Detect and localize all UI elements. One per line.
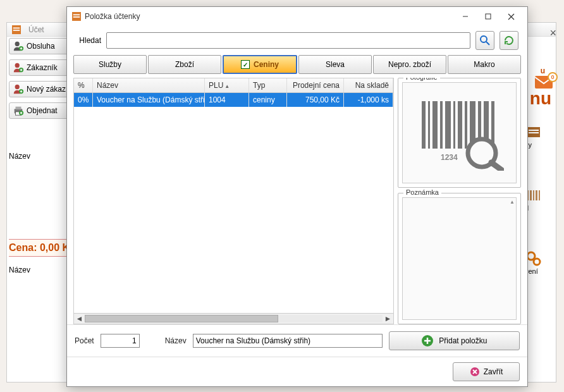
cell-price: 750,00 Kč bbox=[287, 93, 344, 107]
bg-btn-objednat[interactable]: Objednat bbox=[9, 102, 69, 119]
bg-btn-obsluha[interactable]: Obsluha bbox=[9, 38, 69, 54]
count-input[interactable] bbox=[101, 334, 140, 348]
svg-rect-28 bbox=[486, 14, 491, 19]
svg-point-5 bbox=[15, 63, 20, 68]
svg-point-31 bbox=[481, 36, 487, 42]
close-button[interactable] bbox=[500, 8, 522, 25]
svg-point-7 bbox=[15, 85, 20, 89]
bg-btn-zakaznik[interactable]: Zákazník bbox=[9, 59, 69, 76]
col-price[interactable]: Prodejní cena bbox=[287, 78, 344, 92]
horizontal-scrollbar[interactable]: ◄ ► bbox=[74, 313, 393, 324]
barcode-search-icon: 1234 bbox=[415, 95, 504, 171]
bg-fragment-u: u bbox=[541, 66, 545, 75]
bottom-row: Počet Název Přidat položku bbox=[67, 324, 527, 357]
svg-rect-20 bbox=[536, 190, 537, 200]
refresh-button[interactable] bbox=[500, 31, 518, 50]
bg-right-icons: ky d vení bbox=[525, 123, 550, 275]
add-item-label: Přidat položku bbox=[439, 336, 487, 345]
bg-price-label: Cena: 0,00 K bbox=[9, 239, 72, 257]
person-plus-icon bbox=[13, 83, 24, 95]
tab-sluzby[interactable]: Služby bbox=[73, 55, 147, 74]
gears-icon[interactable]: vení bbox=[525, 250, 550, 275]
tab-nepro-zbozi[interactable]: Nepro. zboží bbox=[373, 55, 446, 74]
svg-rect-35 bbox=[432, 101, 438, 149]
svg-rect-38 bbox=[453, 101, 455, 149]
photo-fieldset: Fotografie 1 bbox=[398, 78, 521, 188]
col-stock[interactable]: Na skladě bbox=[344, 78, 393, 92]
note-legend: Poznámka bbox=[403, 188, 441, 196]
scroll-track[interactable] bbox=[85, 315, 383, 322]
tab-sleva[interactable]: Sleva bbox=[298, 55, 372, 74]
svg-point-3 bbox=[15, 42, 20, 46]
svg-rect-18 bbox=[530, 190, 532, 200]
dialog-title: Položka účtenky bbox=[85, 12, 454, 21]
scroll-left-icon[interactable]: ◄ bbox=[74, 314, 85, 324]
note-fieldset: Poznámka bbox=[398, 193, 521, 324]
bg-label-nazev2: Název bbox=[9, 266, 30, 274]
check-icon: ✓ bbox=[241, 60, 250, 69]
svg-rect-21 bbox=[539, 190, 540, 200]
sort-asc-icon: ▲ bbox=[224, 83, 230, 89]
bg-btn-label: Objednat bbox=[27, 106, 58, 115]
svg-rect-36 bbox=[440, 101, 443, 149]
table-header: % Název PLU▲ Typ Prodejní cena Na skladě bbox=[74, 78, 393, 93]
bg-btn-label: Zákazník bbox=[27, 63, 58, 72]
svg-text:1234: 1234 bbox=[441, 153, 458, 162]
tab-zbozi[interactable]: Zboží bbox=[148, 55, 221, 74]
tab-makro[interactable]: Makro bbox=[448, 55, 521, 74]
printer-icon bbox=[13, 105, 24, 116]
svg-rect-25 bbox=[73, 15, 80, 16]
dialog-polozka-uctenky: Položka účtenky Hledat Služby Zboží ✓Cen… bbox=[66, 6, 528, 387]
cell-plu: 1004 bbox=[205, 93, 249, 107]
items-table: % Název PLU▲ Typ Prodejní cena Na skladě… bbox=[73, 78, 394, 324]
bg-btn-label: Nový zákaz bbox=[27, 85, 66, 94]
search-input[interactable] bbox=[106, 32, 470, 49]
svg-point-22 bbox=[527, 252, 535, 260]
footer-row: Zavřít bbox=[67, 357, 527, 386]
bg-sidebar: Obsluha Zákazník Nový zákaz Objednat bbox=[9, 38, 69, 124]
minimize-button[interactable] bbox=[454, 8, 477, 25]
bg-btn-label: Obsluha bbox=[27, 42, 55, 51]
cell-name: Voucher na Službu (Dámský střih) bbox=[93, 93, 205, 107]
name-input[interactable] bbox=[193, 334, 383, 348]
svg-rect-39 bbox=[458, 101, 462, 149]
note-textarea[interactable] bbox=[402, 197, 517, 320]
col-typ[interactable]: Typ bbox=[249, 78, 287, 92]
search-icon bbox=[479, 35, 491, 46]
col-percent[interactable]: % bbox=[74, 78, 93, 92]
bg-close-icon[interactable]: × bbox=[549, 27, 556, 40]
scroll-right-icon[interactable]: ► bbox=[383, 314, 393, 324]
photo-placeholder: 1234 bbox=[402, 82, 517, 183]
add-item-button[interactable]: Přidat položku bbox=[389, 331, 520, 350]
svg-rect-37 bbox=[445, 101, 451, 149]
envelope-icon[interactable]: 0 bbox=[535, 76, 553, 89]
svg-rect-26 bbox=[73, 16, 80, 18]
svg-rect-40 bbox=[465, 101, 467, 149]
list-icon[interactable]: ky bbox=[525, 123, 550, 149]
search-button[interactable] bbox=[475, 31, 494, 50]
svg-rect-33 bbox=[422, 101, 426, 149]
cell-pct: 0% bbox=[74, 93, 93, 107]
person-plus-icon bbox=[13, 62, 24, 73]
side-panel: Fotografie 1 bbox=[398, 78, 521, 324]
app-icon bbox=[12, 25, 21, 34]
bg-btn-novy-zakaznik[interactable]: Nový zákaz bbox=[9, 81, 69, 97]
close-dialog-button[interactable]: Zavřít bbox=[453, 362, 520, 381]
bg-fragment-nu: nu bbox=[530, 89, 551, 109]
table-body: 0% Voucher na Službu (Dámský střih) 1004… bbox=[74, 93, 393, 313]
svg-rect-34 bbox=[428, 101, 430, 149]
table-row[interactable]: 0% Voucher na Službu (Dámský střih) 1004… bbox=[74, 93, 393, 107]
col-name[interactable]: Název bbox=[93, 78, 205, 92]
tab-ceniny[interactable]: ✓Ceniny bbox=[223, 55, 297, 74]
maximize-button[interactable] bbox=[477, 8, 500, 25]
svg-rect-15 bbox=[529, 130, 539, 131]
svg-line-47 bbox=[491, 162, 503, 171]
barcode-small-icon[interactable]: d bbox=[525, 187, 550, 212]
search-label: Hledat bbox=[76, 36, 101, 45]
col-plu[interactable]: PLU▲ bbox=[205, 78, 249, 92]
scroll-thumb[interactable] bbox=[85, 315, 278, 322]
svg-rect-16 bbox=[529, 132, 539, 133]
badge-count: 0 bbox=[548, 72, 558, 82]
close-circle-icon bbox=[470, 367, 480, 377]
svg-point-23 bbox=[534, 259, 540, 265]
